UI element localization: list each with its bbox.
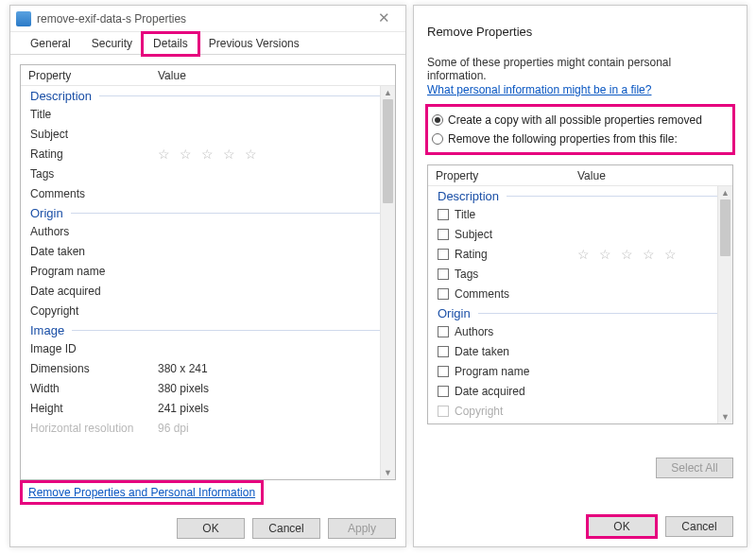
close-icon[interactable]: ✕ (368, 9, 400, 28)
remove-properties-dialog: Remove Properties Some of these properti… (413, 5, 747, 547)
checkbox-icon[interactable] (438, 406, 449, 417)
dialog-button-row: OK Cancel Apply (177, 518, 396, 539)
scrollbar[interactable]: ▲ ▼ (380, 86, 395, 479)
prop-row-comments[interactable]: Comments (21, 183, 395, 203)
radio-remove-following[interactable]: Remove the following properties from thi… (432, 130, 729, 148)
tab-strip: General Security Details Previous Versio… (10, 32, 405, 55)
col-property[interactable]: Property (428, 169, 577, 182)
check-row-comments[interactable]: Comments (428, 284, 732, 303)
scroll-thumb[interactable] (383, 99, 393, 203)
prop-row-subject[interactable]: Subject (21, 124, 395, 144)
scrollbar[interactable]: ▲ ▼ (717, 186, 732, 423)
check-row-subject[interactable]: Subject (428, 224, 732, 244)
star-icon: ☆ ☆ ☆ ☆ ☆ (158, 147, 395, 162)
details-list: Property Value Description Title Subject… (20, 64, 396, 480)
prop-row-width[interactable]: Width380 pixels (21, 378, 395, 398)
group-origin: Origin (428, 303, 732, 321)
cancel-button[interactable]: Cancel (665, 516, 733, 537)
check-row-rating[interactable]: Rating☆ ☆ ☆ ☆ ☆ (428, 244, 732, 264)
titlebar: remove-exif-data-s Properties ✕ (10, 6, 405, 32)
properties-check-list: Property Value Description Title Subject… (427, 164, 733, 424)
chevron-down-icon[interactable]: ▼ (718, 410, 732, 423)
radio-icon (432, 133, 443, 145)
prop-row-copyright[interactable]: Copyright (21, 301, 395, 320)
check-row-date-taken[interactable]: Date taken (428, 341, 732, 361)
info-link[interactable]: What personal information might be in a … (427, 83, 651, 96)
check-row-tags[interactable]: Tags (428, 264, 732, 284)
radio-group: Create a copy with all possible properti… (425, 104, 735, 155)
checkbox-icon[interactable] (438, 249, 449, 260)
column-headers: Property Value (428, 165, 732, 186)
prop-row-hres[interactable]: Horizontal resolution96 dpi (21, 418, 395, 438)
col-value[interactable]: Value (158, 69, 395, 82)
prop-row-height[interactable]: Height241 pixels (21, 398, 395, 418)
dialog-title: Remove Properties (427, 25, 733, 39)
window-title: remove-exif-data-s Properties (37, 12, 368, 26)
radio-icon (432, 114, 443, 126)
check-row-title[interactable]: Title (428, 204, 732, 224)
chevron-down-icon[interactable]: ▼ (381, 466, 395, 479)
prop-row-authors[interactable]: Authors (21, 221, 395, 241)
check-row-copyright[interactable]: Copyright (428, 401, 732, 421)
remove-properties-link-wrap: Remove Properties and Personal Informati… (20, 480, 264, 505)
details-rows: Description Title Subject Rating☆ ☆ ☆ ☆ … (21, 86, 395, 479)
checkbox-icon[interactable] (438, 386, 449, 397)
remove-properties-link[interactable]: Remove Properties and Personal Informati… (28, 486, 255, 499)
check-row-authors[interactable]: Authors (428, 321, 732, 341)
checkbox-icon[interactable] (438, 366, 449, 377)
prop-row-title[interactable]: Title (21, 104, 395, 124)
star-icon: ☆ ☆ ☆ ☆ ☆ (577, 247, 732, 262)
chevron-up-icon[interactable]: ▲ (718, 186, 732, 199)
tab-general[interactable]: General (20, 33, 81, 55)
check-rows: Description Title Subject Rating☆ ☆ ☆ ☆ … (428, 186, 732, 423)
properties-dialog: remove-exif-data-s Properties ✕ General … (9, 5, 406, 547)
group-origin: Origin (21, 203, 395, 221)
checkbox-icon[interactable] (438, 346, 449, 357)
checkbox-icon[interactable] (438, 288, 449, 300)
ok-button[interactable]: OK (177, 518, 245, 539)
prop-row-tags[interactable]: Tags (21, 164, 395, 183)
group-image: Image (21, 320, 395, 338)
cancel-button[interactable]: Cancel (252, 518, 320, 539)
tab-security[interactable]: Security (81, 33, 143, 55)
prop-row-dimensions[interactable]: Dimensions380 x 241 (21, 358, 395, 378)
group-description: Description (428, 186, 732, 204)
chevron-up-icon[interactable]: ▲ (381, 86, 395, 99)
prop-row-image-id[interactable]: Image ID (21, 338, 395, 358)
select-all-button[interactable]: Select All (656, 458, 733, 478)
prop-row-date-acquired[interactable]: Date acquired (21, 281, 395, 301)
prop-row-date-taken[interactable]: Date taken (21, 241, 395, 261)
prop-row-rating[interactable]: Rating☆ ☆ ☆ ☆ ☆ (21, 144, 395, 164)
ok-button[interactable]: OK (588, 516, 656, 537)
column-headers: Property Value (21, 65, 395, 86)
col-value[interactable]: Value (577, 169, 732, 182)
apply-button[interactable]: Apply (328, 518, 396, 539)
check-row-program-name[interactable]: Program name (428, 361, 732, 381)
dialog-button-row: OK Cancel (588, 516, 733, 537)
check-row-date-acquired[interactable]: Date acquired (428, 381, 732, 401)
col-property[interactable]: Property (21, 69, 158, 82)
dialog-desc: Some of these properties might contain p… (427, 56, 733, 82)
app-icon (16, 11, 31, 26)
prop-row-program-name[interactable]: Program name (21, 261, 395, 281)
tab-previous-versions[interactable]: Previous Versions (198, 33, 310, 55)
scroll-thumb[interactable] (720, 199, 730, 256)
tab-details[interactable]: Details (143, 33, 198, 55)
checkbox-icon[interactable] (438, 326, 449, 337)
select-all-row: Select All (656, 458, 733, 478)
checkbox-icon[interactable] (438, 209, 449, 220)
radio-create-copy[interactable]: Create a copy with all possible properti… (432, 111, 729, 130)
checkbox-icon[interactable] (438, 268, 449, 280)
info-link-wrap: What personal information might be in a … (427, 83, 733, 96)
checkbox-icon[interactable] (438, 229, 449, 240)
group-description: Description (21, 86, 395, 104)
